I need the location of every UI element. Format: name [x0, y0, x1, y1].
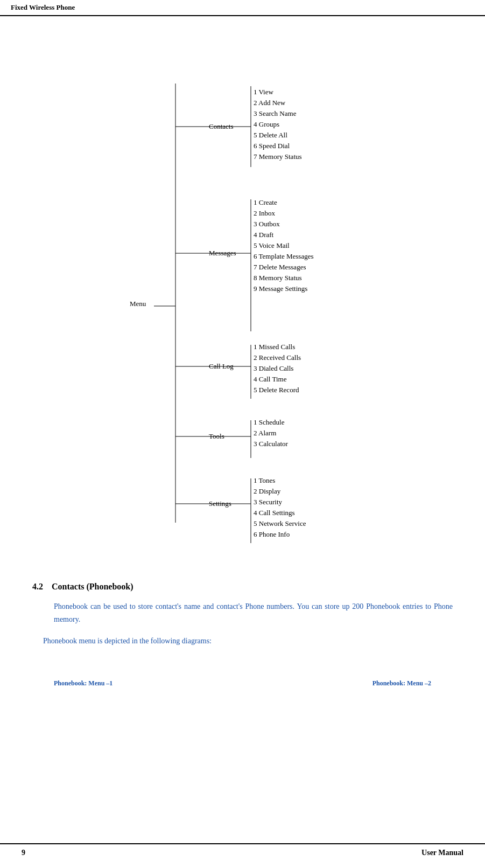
- page-header: Fixed Wireless Phone: [0, 0, 485, 16]
- svg-text:2 Add New: 2 Add New: [254, 99, 286, 107]
- footer-page-number: 9: [22, 849, 25, 857]
- menu-diagram: Menu Contacts 1 View 2 Add New 3 Search …: [32, 43, 453, 560]
- menu-label: Menu: [130, 300, 146, 308]
- footer-manual-label: User Manual: [421, 849, 463, 857]
- caption-right: Phonebook: Menu –2: [372, 679, 431, 688]
- svg-text:1 Create: 1 Create: [254, 198, 277, 206]
- svg-text:6 Speed Dial: 6 Speed Dial: [254, 142, 290, 150]
- svg-text:3 Outbox: 3 Outbox: [254, 220, 280, 228]
- svg-text:5 Network Service: 5 Network Service: [254, 519, 306, 527]
- svg-text:4 Call Time: 4 Call Time: [254, 375, 287, 383]
- diagram-svg: Menu Contacts 1 View 2 Add New 3 Search …: [92, 43, 393, 560]
- svg-text:2 Inbox: 2 Inbox: [254, 209, 276, 217]
- svg-text:2 Received Calls: 2 Received Calls: [254, 353, 301, 362]
- svg-text:7 Delete Messages: 7 Delete Messages: [254, 263, 306, 271]
- svg-text:6 Template Messages: 6 Template Messages: [254, 252, 314, 260]
- svg-text:1 Tones: 1 Tones: [254, 476, 275, 484]
- page-content: Menu Contacts 1 View 2 Add New 3 Search …: [0, 16, 485, 709]
- svg-text:4 Call Settings: 4 Call Settings: [254, 509, 295, 517]
- section-number: 4.2: [32, 582, 43, 592]
- svg-text:3 Dialed Calls: 3 Dialed Calls: [254, 364, 293, 372]
- page-footer: 9 User Manual: [0, 843, 485, 857]
- svg-text:1 View: 1 View: [254, 88, 274, 96]
- header-title: Fixed Wireless Phone: [11, 3, 75, 12]
- svg-text:2 Display: 2 Display: [254, 487, 281, 495]
- bottom-captions: Phonebook: Menu –1 Phonebook: Menu –2: [32, 669, 453, 698]
- section-heading: 4.2 Contacts (Phonebook): [32, 582, 453, 592]
- svg-text:1 Missed Calls: 1 Missed Calls: [254, 343, 295, 351]
- svg-text:9 Message Settings: 9 Message Settings: [254, 284, 307, 293]
- svg-text:1 Schedule: 1 Schedule: [254, 418, 285, 426]
- svg-text:3 Calculator: 3 Calculator: [254, 440, 289, 448]
- svg-text:8 Memory Status: 8 Memory Status: [254, 274, 302, 282]
- svg-text:3 Search Name: 3 Search Name: [254, 109, 297, 117]
- section-title: Contacts (Phonebook): [52, 582, 133, 592]
- svg-text:4 Groups: 4 Groups: [254, 120, 279, 128]
- svg-text:3 Security: 3 Security: [254, 498, 283, 506]
- svg-text:6 Phone Info: 6 Phone Info: [254, 530, 290, 538]
- caption-left: Phonebook: Menu –1: [54, 679, 113, 688]
- svg-text:5 Delete Record: 5 Delete Record: [254, 386, 299, 394]
- svg-text:5 Delete All: 5 Delete All: [254, 131, 287, 139]
- svg-text:7 Memory Status: 7 Memory Status: [254, 152, 302, 161]
- svg-text:4 Draft: 4 Draft: [254, 231, 274, 239]
- svg-text:2 Alarm: 2 Alarm: [254, 429, 276, 437]
- svg-text:5 Voice Mail: 5 Voice Mail: [254, 241, 290, 249]
- section-paragraph2: Phonebook menu is depicted in the follow…: [32, 635, 453, 648]
- section-paragraph1: Phonebook can be used to store contact's…: [32, 600, 453, 626]
